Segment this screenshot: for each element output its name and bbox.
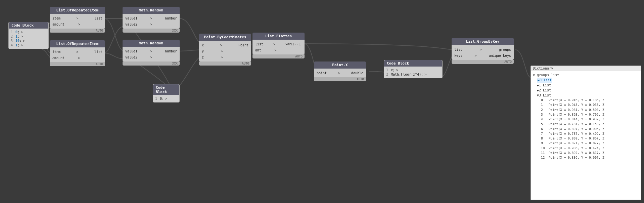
list-flatten[interactable]: List.Flatten list > var[]..[] amt > AUTO xyxy=(252,33,305,58)
list-flatten-body: list > var[]..[] amt > xyxy=(252,40,305,54)
preview-item-12: 12 Point(X = 0.836, Y = 0.607, Z xyxy=(541,155,639,160)
list-repeated-1-body: item > list amount > xyxy=(50,14,105,29)
preview-header: Dictionary xyxy=(531,66,641,71)
preview-body: ▼ groups list ▶0 list ▶1 List ▶2 List ▼3… xyxy=(531,71,641,161)
list-group-row-keys: keys > unique keys xyxy=(452,52,514,58)
preview-item-10: 10 Point(X = 0.986, Y = 0.424, Z xyxy=(541,146,639,151)
math-random-2-footer: XXX xyxy=(123,62,180,66)
list-flatten-row-list: list > var[]..[] xyxy=(252,41,305,47)
point-x-title: Point.X xyxy=(314,62,366,69)
code-line-1: 1 0; > xyxy=(11,30,46,34)
point-x[interactable]: Point.X point > double AUTO xyxy=(314,62,366,81)
point-coords-row-x: x > Point xyxy=(199,42,251,48)
list-repeated-1-row-amount: amount > xyxy=(50,21,105,27)
point-by-coords-title: Point.ByCoordinates xyxy=(199,34,251,41)
preview-item-8: 8 Point(X = 0.809, Y = 0.867, Z xyxy=(541,136,639,141)
point-x-row: point > double xyxy=(314,70,366,76)
list-repeated-2-row-amount: amount > xyxy=(50,55,105,61)
preview-item-1: 1 Point(X = 0.945, Y = 0.035, Z xyxy=(541,103,639,107)
list-flatten-row-amt: amt > xyxy=(252,47,305,53)
preview-group-3-items: 0 Point(X = 0.916, Y = 0.186, Z 1 Point(… xyxy=(533,98,639,160)
math-random-1-row-v1: value1 > number xyxy=(123,15,180,21)
math-random-2-row-v1: value1 > number xyxy=(123,48,180,54)
preview-group-1: ▶1 List xyxy=(533,83,639,88)
code-block-2-title: Code Block xyxy=(153,84,179,95)
code-block-1[interactable]: Code Block 1 0; > 2 1; > 3 10; > 4 1; > xyxy=(8,22,49,49)
math-random-2-body: value1 > number value2 > xyxy=(123,47,180,62)
preview-groups-label: ▼ groups list xyxy=(533,73,639,78)
code-block-3-line-1: 1 x; > xyxy=(386,68,440,72)
code-block-3-line-2: 2 Math.Floor(x*4); > xyxy=(386,72,440,77)
point-by-coords-body: x > Point y > z > xyxy=(199,41,251,62)
code-block-3[interactable]: Code Block 1 x; > 2 Math.Floor(x*4); > xyxy=(384,60,443,78)
code-block-3-body: 1 x; > 2 Math.Floor(x*4); > xyxy=(384,67,442,78)
math-random-2-row-v2: value2 > xyxy=(123,54,180,60)
math-random-1-title: Math.Random xyxy=(123,7,180,14)
math-random-2[interactable]: Math.Random value1 > number value2 > XXX xyxy=(123,40,180,66)
point-coords-row-y: y > xyxy=(199,48,251,54)
list-repeated-1[interactable]: List.OfRepeatedItem item > list amount >… xyxy=(50,7,105,33)
preview-item-4: 4 Point(X = 0.814, Y = 0.939, Z xyxy=(541,117,639,122)
math-random-1[interactable]: Math.Random value1 > number value2 > XXX xyxy=(123,7,180,33)
preview-item-3: 3 Point(X = 0.893, Y = 0.709, Z xyxy=(541,112,639,117)
point-coords-row-z: z > xyxy=(199,54,251,60)
canvas: Code Block 1 0; > 2 1; > 3 10; > 4 1; > xyxy=(0,0,644,203)
math-random-1-row-v2: value2 > xyxy=(123,21,180,27)
preview-item-11: 11 Point(X = 0.892, Y = 0.617, Z xyxy=(541,151,639,155)
code-block-1-body: 1 0; > 2 1; > 3 10; > 4 1; > xyxy=(9,29,48,49)
code-block-2-line-1: 1 0; > xyxy=(155,96,177,101)
preview-item-7: 7 Point(X = 0.787, Y = 0.499, Z xyxy=(541,131,639,136)
preview-group-0: ▶0 list xyxy=(533,78,639,83)
list-group-row-list: list > groups xyxy=(452,46,514,52)
preview-item-9: 9 Point(X = 0.821, Y = 0.877, Z xyxy=(541,141,639,146)
code-line-2: 2 1; > xyxy=(11,34,46,39)
point-x-body: point > double xyxy=(314,69,366,77)
list-repeated-2-footer: AUTO xyxy=(50,62,105,66)
preview-group-2: ▶2 List xyxy=(533,88,639,93)
preview-item-6: 6 Point(X = 0.807, Y = 0.906, Z xyxy=(541,127,639,131)
list-repeated-2-body: item > list amount > xyxy=(50,47,105,62)
math-random-2-title: Math.Random xyxy=(123,40,180,47)
list-repeated-2[interactable]: List.OfRepeatedItem item > list amount >… xyxy=(50,40,105,66)
point-by-coords[interactable]: Point.ByCoordinates x > Point y > z > AU… xyxy=(199,34,251,66)
list-repeated-1-footer: AUTO xyxy=(50,29,105,33)
math-random-1-footer: XXX xyxy=(123,29,180,33)
code-block-1-title: Code Block xyxy=(9,22,48,29)
preview-group-3-header: ▼3 List xyxy=(533,93,639,98)
list-group-by-key-title: List.GroupByKey xyxy=(452,38,514,45)
code-line-3: 3 10; > xyxy=(11,39,46,43)
preview-panel: Dictionary ▼ groups list ▶0 list ▶1 List… xyxy=(531,66,641,200)
preview-item-2: 2 Point(X = 0.981, Y = 0.508, Z xyxy=(541,108,639,112)
math-random-1-body: value1 > number value2 > xyxy=(123,14,180,29)
list-group-by-key-body: list > groups keys > unique keys xyxy=(452,45,514,60)
code-block-2-body: 1 0; > xyxy=(153,95,179,102)
code-line-4: 4 1; > xyxy=(11,43,46,47)
list-flatten-footer: AUTO xyxy=(252,54,305,58)
list-flatten-title: List.Flatten xyxy=(252,33,305,40)
code-block-3-title: Code Block xyxy=(384,60,442,67)
code-block-2[interactable]: Code Block 1 0; > xyxy=(153,84,180,103)
preview-title: Dictionary xyxy=(533,67,553,70)
list-repeated-2-row-item: item > list xyxy=(50,49,105,55)
list-group-footer: AUTO xyxy=(452,60,514,64)
list-group-by-key[interactable]: List.GroupByKey list > groups keys > uni… xyxy=(452,38,514,64)
point-x-footer: AUTO xyxy=(314,77,366,81)
preview-item-5: 5 Point(X = 0.781, Y = 0.158, Z xyxy=(541,122,639,126)
list-repeated-1-title: List.OfRepeatedItem xyxy=(50,7,105,14)
list-repeated-1-row-item: item > list xyxy=(50,15,105,21)
point-by-coords-footer: AUTO xyxy=(199,62,251,66)
preview-item-0: 0 Point(X = 0.916, Y = 0.186, Z xyxy=(541,98,639,103)
list-repeated-2-title: List.OfRepeatedItem xyxy=(50,40,105,47)
